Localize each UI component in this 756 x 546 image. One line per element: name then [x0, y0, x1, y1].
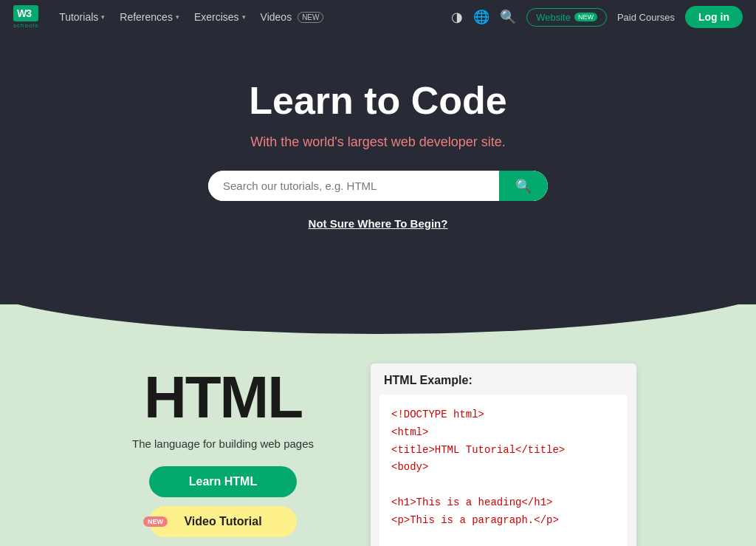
nav-videos[interactable]: Videos NEW: [253, 11, 331, 23]
nav-exercises[interactable]: Exercises ▾: [187, 11, 253, 23]
paid-courses-link[interactable]: Paid Courses: [617, 12, 675, 23]
logo-text: W3: [13, 5, 38, 21]
video-tutorial-button[interactable]: NEW Video Tutorial: [149, 506, 297, 537]
search-icon[interactable]: 🔍: [500, 9, 516, 25]
code-line-2: <html>: [391, 426, 428, 438]
new-badge: NEW: [298, 12, 323, 23]
hero-subtitle: With the world's largest web developer s…: [15, 134, 741, 150]
chevron-down-icon: ▾: [242, 13, 246, 21]
code-line-4: <body>: [391, 461, 428, 473]
login-button[interactable]: Log in: [685, 6, 743, 28]
code-card: HTML Example: <!DOCTYPE html> <html> <ti…: [371, 364, 636, 546]
chevron-down-icon: ▾: [101, 13, 105, 21]
nav-tutorials[interactable]: Tutorials ▾: [52, 11, 112, 23]
navbar-right: ◑ 🌐 🔍 Website NEW Paid Courses Log in: [451, 6, 743, 28]
chevron-down-icon: ▾: [176, 13, 179, 21]
globe-icon[interactable]: 🌐: [473, 9, 489, 25]
website-button[interactable]: Website NEW: [526, 8, 607, 27]
content-section: HTML The language for building web pages…: [0, 304, 756, 546]
logo-sub: schools: [13, 22, 38, 29]
search-button[interactable]: 🔍: [499, 171, 548, 201]
code-line-1: <!DOCTYPE html>: [391, 409, 484, 420]
website-new-badge: NEW: [574, 13, 597, 21]
code-body: <!DOCTYPE html> <html> <title>HTML Tutor…: [379, 395, 628, 546]
nav-references[interactable]: References ▾: [112, 11, 187, 23]
search-input[interactable]: [208, 171, 499, 201]
code-line-5: <h1>This is a heading</h1>: [391, 496, 552, 508]
learn-html-button[interactable]: Learn HTML: [149, 466, 297, 497]
navbar: W3 schools Tutorials ▾ References ▾ Exer…: [0, 0, 756, 34]
html-description: The language for building web pages: [132, 437, 314, 450]
code-line-6: <p>This is a paragraph.</p>: [391, 514, 559, 526]
not-sure-link[interactable]: Not Sure Where To Begin?: [309, 217, 448, 230]
logo[interactable]: W3 schools: [13, 5, 38, 29]
search-bar: 🔍: [208, 171, 548, 201]
hero-section: Learn to Code With the world's largest w…: [0, 34, 756, 304]
video-new-badge: NEW: [143, 516, 168, 527]
html-left: HTML The language for building web pages…: [120, 364, 326, 546]
contrast-icon[interactable]: ◑: [451, 9, 463, 25]
hero-title: Learn to Code: [15, 78, 741, 123]
html-title: HTML: [144, 364, 302, 431]
code-line-3: <title>HTML Tutorial</title>: [391, 444, 565, 456]
code-card-header: HTML Example:: [371, 364, 636, 395]
